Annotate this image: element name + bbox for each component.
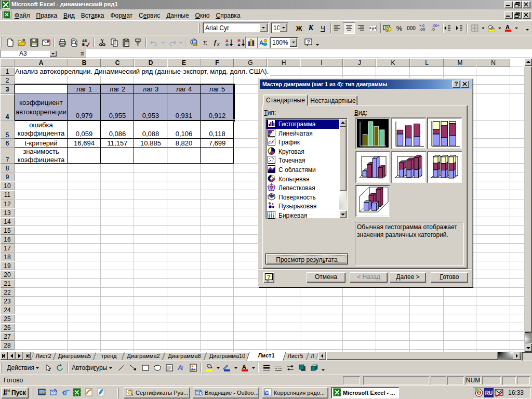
svg-text:,0: ,0 <box>431 27 435 32</box>
svg-text:W: W <box>265 391 269 395</box>
svg-text:A: A <box>242 364 246 370</box>
svg-text:АБ: АБ <box>82 39 87 43</box>
svg-text:В: В <box>82 43 85 46</box>
svg-text:,00: ,00 <box>419 27 425 32</box>
svg-text:?: ? <box>267 274 271 280</box>
svg-text:x: x <box>217 41 220 47</box>
svg-text:+.0: +.0 <box>419 24 424 28</box>
svg-text:,00+: ,00+ <box>432 24 440 28</box>
svg-text:A: A <box>506 24 510 30</box>
svg-text:f: f <box>214 39 217 46</box>
svg-text:a: a <box>372 26 374 30</box>
svg-text:A: A <box>259 39 263 46</box>
svg-text:l: l <box>181 365 183 372</box>
svg-text:?: ? <box>307 39 310 45</box>
svg-text:$: $ <box>386 29 388 32</box>
svg-text:Я: Я <box>225 43 229 47</box>
svg-text:Σ: Σ <box>203 39 207 47</box>
svg-text:А: А <box>237 43 241 47</box>
